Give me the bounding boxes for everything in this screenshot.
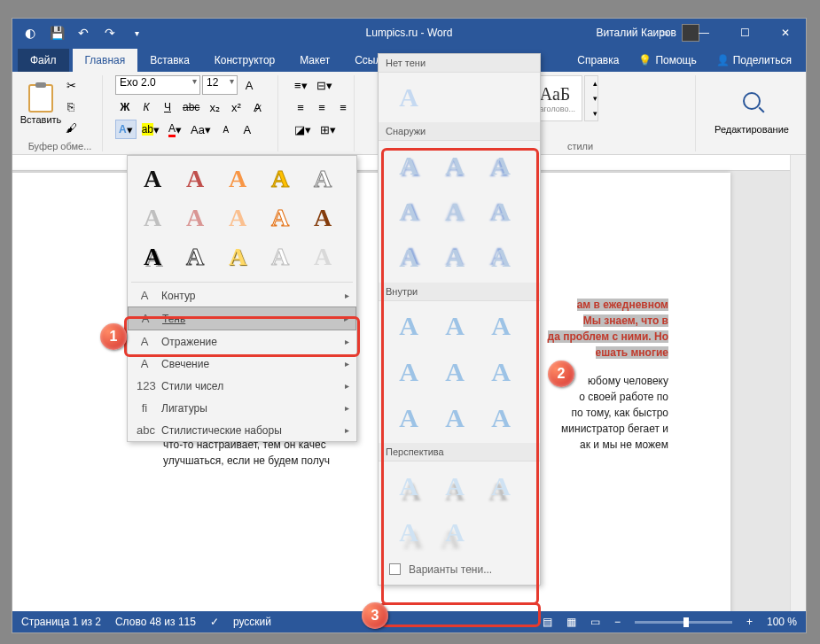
paste-button[interactable]: Вставить — [23, 75, 59, 134]
page-status[interactable]: Страница 1 из 2 — [21, 616, 101, 628]
underline-button[interactable]: Ч — [158, 97, 177, 117]
shadow-preset[interactable]: A — [389, 513, 428, 552]
italic-button[interactable]: К — [137, 97, 156, 117]
fx-preset[interactable]: A — [261, 200, 300, 236]
shadow-preset[interactable]: A — [435, 399, 474, 438]
shadow-preset[interactable]: A — [481, 306, 520, 345]
fx-preset[interactable]: A — [218, 239, 257, 275]
styles-down[interactable]: ▾ — [585, 91, 605, 105]
fx-glow[interactable]: AСвечение▸ — [128, 353, 356, 375]
shadow-options[interactable]: Варианты тени... — [379, 557, 540, 585]
align-right-button[interactable]: ≡ — [333, 97, 353, 117]
zoom-out[interactable]: − — [614, 616, 621, 628]
cut-button[interactable]: ✂ — [61, 75, 81, 95]
close-button[interactable]: ✕ — [765, 19, 806, 47]
shadow-preset[interactable]: A — [435, 513, 474, 552]
shadow-preset[interactable]: A — [389, 238, 428, 277]
bold-button[interactable]: Ж — [115, 97, 135, 117]
shadow-preset[interactable]: A — [389, 306, 428, 345]
view-read[interactable]: ▤ — [543, 616, 552, 628]
align-center-button[interactable]: ≡ — [312, 97, 332, 117]
fx-preset[interactable]: A — [303, 239, 342, 275]
shadow-preset[interactable]: A — [389, 467, 428, 506]
fx-preset[interactable]: A — [133, 161, 172, 197]
tab-design[interactable]: Конструктор — [202, 49, 287, 72]
shadow-preset[interactable]: A — [481, 192, 520, 231]
maximize-button[interactable]: ☐ — [724, 19, 765, 47]
help-button[interactable]: Справка — [568, 49, 628, 72]
tell-me-button[interactable]: 💡 Помощь — [629, 49, 705, 72]
fx-preset[interactable]: A — [176, 239, 215, 275]
bullets-button[interactable]: ≡▾ — [291, 75, 311, 95]
font-color-button[interactable]: A▾ — [165, 120, 185, 139]
numbering-button[interactable]: ⊟▾ — [313, 75, 336, 95]
shadow-preset[interactable]: A — [389, 146, 428, 185]
autosave-toggle[interactable]: ◐ — [18, 20, 43, 45]
redo-button[interactable]: ↷ — [98, 20, 122, 45]
search-icon[interactable] — [743, 92, 761, 110]
grow-font-button[interactable]: A — [239, 75, 259, 95]
shadow-preset[interactable]: A — [435, 146, 474, 185]
qat-more[interactable]: ▾ — [124, 20, 149, 45]
fx-preset[interactable]: A — [133, 200, 172, 236]
shadow-preset[interactable]: A — [481, 353, 520, 392]
fx-ligatures[interactable]: fiЛигатуры▸ — [128, 397, 356, 419]
tab-file[interactable]: Файл — [18, 49, 69, 72]
borders-button[interactable]: ⊞▾ — [316, 120, 340, 139]
fx-preset[interactable]: A — [176, 200, 215, 236]
shadow-preset[interactable]: A — [435, 192, 474, 231]
styles-up[interactable]: ▴ — [585, 76, 605, 90]
language-status[interactable]: русский — [233, 616, 271, 628]
zoom-slider[interactable] — [635, 621, 732, 624]
undo-button[interactable]: ↶ — [71, 20, 96, 45]
tab-layout[interactable]: Макет — [287, 49, 342, 72]
shadow-preset[interactable]: A — [481, 467, 520, 506]
view-web[interactable]: ▭ — [590, 616, 600, 628]
zoom-level[interactable]: 100 % — [767, 616, 797, 628]
font-size-combo[interactable]: 12 — [202, 75, 238, 95]
fx-preset[interactable]: A — [261, 161, 300, 197]
fx-preset[interactable]: A — [261, 239, 300, 275]
fx-shadow[interactable]: AТень▸ — [128, 306, 356, 330]
format-painter-button[interactable]: 🖌 — [61, 118, 81, 137]
fx-reflection[interactable]: AОтражение▸ — [128, 330, 356, 353]
copy-button[interactable]: ⎘ — [61, 97, 81, 116]
text-effects-button[interactable]: A▾ — [115, 120, 137, 139]
shading-button[interactable]: ◪▾ — [291, 120, 315, 139]
grow-font2-button[interactable]: A — [238, 120, 257, 139]
tab-home[interactable]: Главная — [73, 49, 138, 72]
shadow-preset[interactable]: A — [435, 353, 474, 392]
minimize-button[interactable]: — — [683, 19, 724, 47]
fx-preset[interactable]: A — [303, 200, 342, 236]
shadow-preset[interactable]: A — [389, 353, 428, 392]
fx-stylistic-sets[interactable]: abcСтилистические наборы▸ — [128, 419, 356, 441]
fx-contour[interactable]: AКонтур▸ — [128, 284, 356, 306]
word-count[interactable]: Слово 48 из 115 — [115, 616, 196, 628]
save-button[interactable]: 💾 — [44, 20, 69, 45]
change-case-button[interactable]: Aa▾ — [187, 120, 215, 139]
ribbon-display-button[interactable]: ▭ — [643, 19, 683, 47]
align-left-button[interactable]: ≡ — [291, 97, 310, 117]
superscript-button[interactable]: x² — [226, 97, 246, 117]
subscript-button[interactable]: x₂ — [205, 97, 224, 117]
font-name-combo[interactable]: Exo 2.0 — [115, 75, 200, 95]
highlight-button[interactable]: ab▾ — [138, 120, 163, 139]
proofing-icon[interactable]: ✓ — [210, 616, 219, 628]
fx-preset[interactable]: A — [133, 239, 172, 275]
vertical-scrollbar[interactable] — [790, 155, 806, 611]
fx-preset[interactable]: A — [303, 161, 342, 197]
fx-preset[interactable]: A — [218, 161, 257, 197]
styles-more[interactable]: ▾ — [585, 106, 605, 120]
shadow-preset[interactable]: A — [435, 467, 474, 506]
shadow-preset[interactable]: A — [389, 192, 428, 231]
clear-format-button[interactable]: A̷ — [247, 97, 267, 117]
fx-preset[interactable]: A — [218, 200, 257, 236]
shadow-none[interactable]: A — [389, 78, 428, 117]
shadow-preset[interactable]: A — [435, 306, 474, 345]
shadow-preset[interactable]: A — [481, 146, 520, 185]
shadow-preset[interactable]: A — [481, 238, 520, 277]
shadow-preset[interactable]: A — [435, 238, 474, 277]
editing-label[interactable]: Редактирование — [715, 124, 789, 135]
share-button[interactable]: 👤 Поделиться — [707, 49, 800, 72]
zoom-in[interactable]: + — [746, 616, 753, 628]
